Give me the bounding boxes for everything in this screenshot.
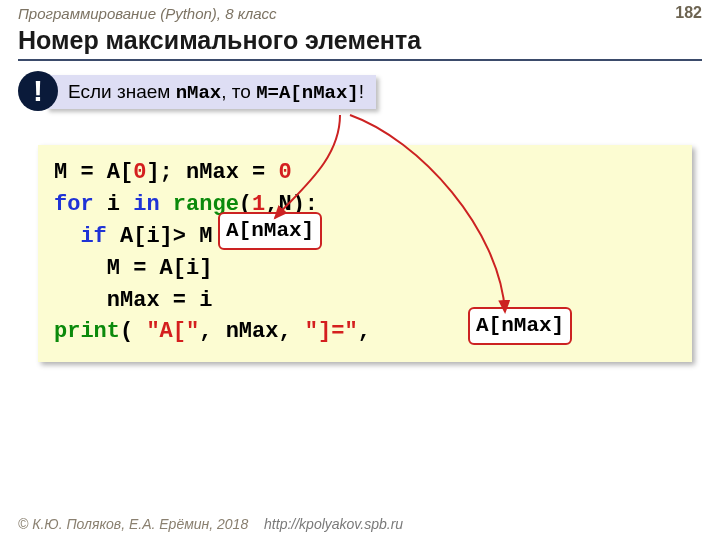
code-line-1: M = A[0]; nMax = 0: [54, 157, 676, 189]
page-number: 182: [675, 4, 702, 22]
code-line-6: print( "A[", nMax, "]=", ): [54, 316, 676, 348]
code-line-2: for i in range(1,N):: [54, 189, 676, 221]
code-line-3: if A[i]> M :: [54, 221, 676, 253]
inset-anmax-2: A[nMax]: [468, 307, 572, 345]
code-line-5: nMax = i: [54, 285, 676, 317]
code-line-4: M = A[i]: [54, 253, 676, 285]
code-block: M = A[0]; nMax = 0 for i in range(1,N): …: [38, 145, 692, 362]
course-label: Программирование (Python), 8 класс: [18, 5, 277, 22]
page-title: Номер максимального элемента: [0, 24, 720, 59]
callout-text: Если знаем nMax, то M=A[nMax]!: [68, 81, 364, 104]
footer-url: http://kpolyakov.spb.ru: [264, 516, 403, 532]
callout-pre: Если знаем: [68, 81, 176, 102]
callout-box: Если знаем nMax, то M=A[nMax]!: [46, 75, 376, 109]
exclamation-badge: !: [18, 71, 58, 111]
callout-code1: nMax: [176, 82, 222, 104]
copyright: © К.Ю. Поляков, Е.А. Ерёмин, 2018: [18, 516, 248, 532]
footer: © К.Ю. Поляков, Е.А. Ерёмин, 2018 http:/…: [18, 516, 403, 532]
callout-mid: , то: [221, 81, 256, 102]
callout-post: !: [359, 81, 364, 102]
title-rule: [18, 59, 702, 61]
inset-anmax-1: A[nMax]: [218, 212, 322, 250]
callout-code2: M=A[nMax]: [256, 82, 359, 104]
